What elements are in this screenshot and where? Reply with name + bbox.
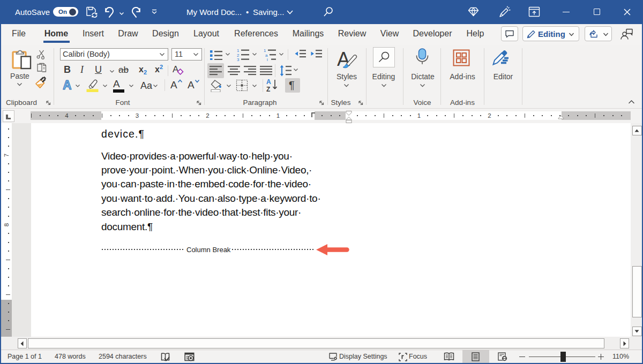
svg-text:A: A (63, 79, 72, 91)
svg-text:A: A (173, 64, 179, 74)
svg-text:Z: Z (266, 86, 270, 93)
svg-text:i: i (267, 57, 268, 61)
svg-text:A: A (266, 78, 271, 86)
svg-text:3: 3 (237, 57, 240, 61)
